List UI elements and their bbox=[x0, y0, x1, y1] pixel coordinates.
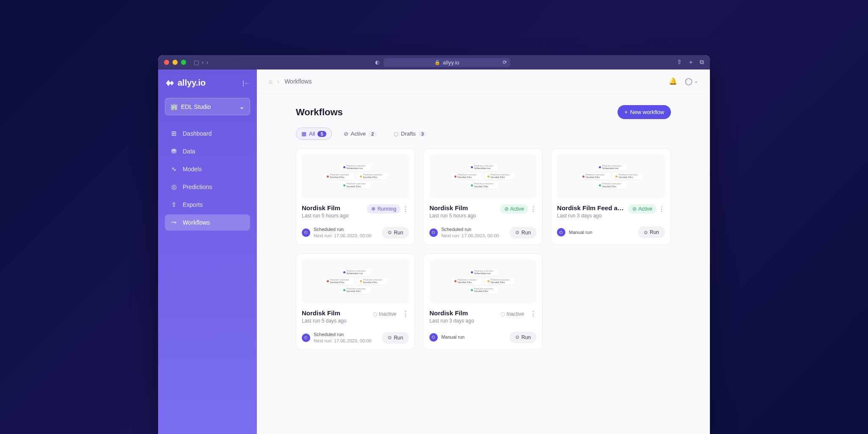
more-icon[interactable]: ⋮ bbox=[402, 205, 409, 213]
traffic-lights bbox=[164, 60, 186, 65]
user-menu[interactable]: ◯⌄ bbox=[685, 77, 698, 85]
activity-icon: ∿ bbox=[170, 165, 178, 173]
new-workflow-button[interactable]: + New workflow bbox=[618, 105, 671, 119]
more-icon[interactable]: ⋮ bbox=[402, 310, 409, 318]
schedule-text: Scheduled runNext run: 17.06.2023, 00:00 bbox=[314, 331, 371, 344]
play-icon: ⊙ bbox=[515, 230, 519, 235]
schedule-text: Manual run bbox=[569, 229, 592, 236]
workflow-name: Nordisk Film bbox=[302, 204, 348, 211]
schedule-text: Scheduled runNext run: 17.06.2023, 00:00 bbox=[314, 226, 371, 239]
filter-all[interactable]: ▦ All 5 bbox=[296, 128, 332, 140]
status-badge: ⊘Active bbox=[628, 204, 657, 214]
breadcrumb-page[interactable]: Workflows bbox=[284, 78, 312, 85]
workflow-preview: Prediction executionScheduled run Predic… bbox=[557, 154, 665, 198]
workflow-last-run: Last run 3 days ago bbox=[557, 213, 625, 219]
status-badge: ⊘Active bbox=[500, 204, 529, 214]
workflow-card[interactable]: Prediction executionScheduled run Predic… bbox=[296, 148, 415, 245]
nav-data[interactable]: ⛃Data bbox=[165, 143, 250, 159]
url-text: allyy.io bbox=[443, 59, 459, 66]
minimize-icon[interactable] bbox=[172, 60, 178, 65]
filter-active[interactable]: ⊘ Active 2 bbox=[339, 128, 382, 140]
nav-dashboard[interactable]: ⊞Dashboard bbox=[165, 125, 250, 142]
status-icon: ◌ bbox=[501, 311, 505, 317]
close-icon[interactable] bbox=[164, 60, 169, 65]
browser-window: ▢ ‹ › ◐ 🔒 allyy.io ⟳ ⇧ ＋ ⧉ allyy.io bbox=[158, 55, 710, 434]
collapse-sidebar-icon[interactable]: |← bbox=[242, 80, 250, 86]
maximize-icon[interactable] bbox=[181, 60, 186, 65]
nav-models[interactable]: ∿Models bbox=[165, 161, 250, 177]
schedule-icon: ⏲ bbox=[302, 228, 310, 237]
workflow-preview: Prediction executionScheduled run Predic… bbox=[429, 154, 537, 198]
target-icon: ◎ bbox=[170, 183, 178, 191]
titlebar: ▢ ‹ › ◐ 🔒 allyy.io ⟳ ⇧ ＋ ⧉ bbox=[158, 55, 710, 70]
run-button[interactable]: ⊙Run bbox=[382, 332, 409, 344]
workflow-card[interactable]: Prediction executionScheduled run Predic… bbox=[551, 148, 671, 245]
nav-predictions[interactable]: ◎Predictions bbox=[165, 179, 250, 195]
home-icon[interactable]: ⌂ bbox=[269, 78, 272, 85]
shield-icon[interactable]: ◐ bbox=[375, 59, 379, 65]
schedule-icon: ⏲ bbox=[429, 228, 438, 237]
play-icon: ⊙ bbox=[388, 335, 392, 340]
play-icon: ⊙ bbox=[515, 334, 519, 340]
new-tab-icon[interactable]: ＋ bbox=[688, 58, 694, 66]
browser-nav: ▢ ‹ › bbox=[194, 59, 208, 66]
brand-logo[interactable]: allyy.io bbox=[165, 78, 206, 88]
nav-workflows[interactable]: ⤳Workflows bbox=[165, 214, 250, 231]
back-icon[interactable]: ‹ bbox=[202, 59, 204, 66]
workflow-name: Nordisk Film bbox=[429, 204, 476, 211]
status-icon: ◌ bbox=[373, 311, 377, 317]
sidebar-toggle-icon[interactable]: ▢ bbox=[194, 59, 199, 66]
forward-icon[interactable]: › bbox=[206, 59, 209, 66]
sidebar: allyy.io |← 🏢 EDL Studio ⌄ ⊞Dashboard ⛃D… bbox=[158, 70, 257, 434]
topbar: ⌂ › Workflows 🔔 ◯⌄ bbox=[257, 70, 710, 93]
workflow-name: Nordisk Film Feed asdas... bbox=[557, 204, 625, 211]
more-icon[interactable]: ⋮ bbox=[530, 310, 537, 318]
studio-selector[interactable]: 🏢 EDL Studio ⌄ bbox=[165, 98, 250, 115]
status-badge: ◌Inactive bbox=[369, 309, 401, 319]
play-icon: ⊙ bbox=[644, 230, 648, 235]
more-icon[interactable]: ⋮ bbox=[658, 205, 665, 213]
workflow-preview: Prediction executionScheduled run Predic… bbox=[302, 259, 409, 303]
schedule-icon: ⏲ bbox=[557, 228, 565, 236]
schedule-text: Manual run bbox=[441, 334, 465, 340]
breadcrumb: ⌂ › Workflows bbox=[269, 78, 312, 85]
schedule-icon: ⏲ bbox=[429, 333, 438, 342]
play-icon: ⊙ bbox=[388, 230, 392, 235]
workflow-grid: Prediction executionScheduled run Predic… bbox=[296, 148, 671, 350]
status-icon: ✻ bbox=[371, 206, 376, 212]
lock-icon: 🔒 bbox=[434, 60, 440, 65]
share-icon[interactable]: ⇧ bbox=[677, 58, 682, 66]
run-button[interactable]: ⊙Run bbox=[638, 226, 665, 238]
reload-icon[interactable]: ⟳ bbox=[503, 59, 507, 65]
page-title: Workflows bbox=[296, 107, 343, 118]
workflow-card[interactable]: Prediction executionScheduled run Predic… bbox=[296, 253, 415, 350]
studio-name: EDL Studio bbox=[181, 103, 211, 110]
more-icon[interactable]: ⋮ bbox=[530, 205, 537, 213]
status-icon: ⊘ bbox=[632, 206, 637, 212]
run-button[interactable]: ⊙Run bbox=[509, 227, 537, 239]
bell-icon[interactable]: 🔔 bbox=[669, 77, 677, 85]
workflow-card[interactable]: Prediction executionScheduled run Predic… bbox=[423, 253, 542, 350]
workflow-last-run: Last run 5 days ago bbox=[302, 318, 346, 324]
run-button[interactable]: ⊙Run bbox=[509, 331, 537, 343]
filter-drafts[interactable]: ◌ Drafts 3 bbox=[389, 128, 432, 140]
brand-name: allyy.io bbox=[178, 78, 206, 88]
nav-exports[interactable]: ⇪Exports bbox=[165, 197, 250, 213]
grid-icon: ⊞ bbox=[170, 130, 178, 137]
route-icon: ⤳ bbox=[170, 219, 178, 226]
workflow-card[interactable]: Prediction executionScheduled run Predic… bbox=[423, 148, 542, 245]
database-icon: ⛃ bbox=[170, 147, 178, 155]
status-badge: ✻Running bbox=[367, 204, 401, 214]
address-bar[interactable]: 🔒 allyy.io ⟳ bbox=[384, 58, 510, 67]
status-icon: ⊘ bbox=[504, 206, 509, 212]
run-button[interactable]: ⊙Run bbox=[382, 227, 409, 239]
tabs-icon[interactable]: ⧉ bbox=[700, 58, 704, 66]
dashed-circle-icon: ◌ bbox=[394, 131, 398, 137]
plus-icon: + bbox=[624, 109, 628, 115]
workflow-preview: Prediction executionScheduled run Predic… bbox=[429, 259, 537, 303]
workflow-last-run: Last run 5 hours ago bbox=[429, 213, 476, 219]
workflow-last-run: Last run 3 days ago bbox=[429, 318, 474, 324]
schedule-icon: ⏲ bbox=[302, 334, 310, 342]
grid-sm-icon: ▦ bbox=[301, 131, 306, 137]
check-circle-icon: ⊘ bbox=[344, 131, 348, 137]
